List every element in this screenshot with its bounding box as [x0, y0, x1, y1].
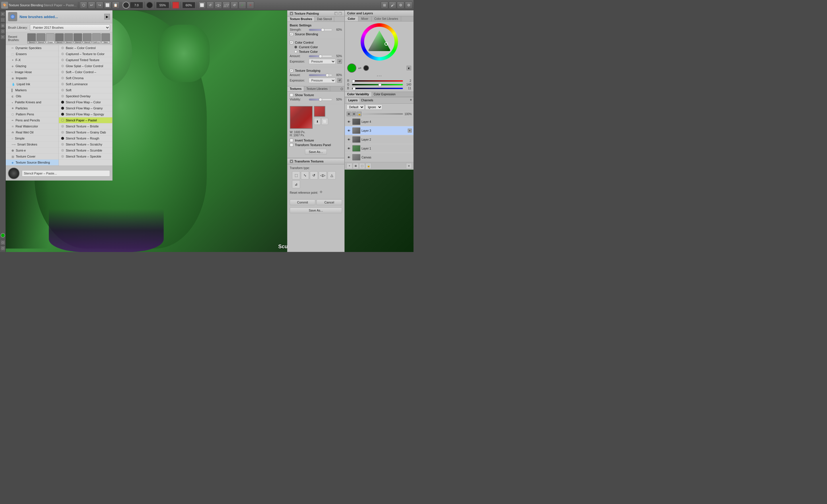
cat-smart-strokes[interactable]: ⟿ Smart Strokes: [6, 142, 59, 148]
brush-library-select[interactable]: Painter 2017 Brushes: [30, 24, 110, 31]
current-color-radio[interactable]: [294, 46, 297, 49]
textures-expand[interactable]: ⬡: [339, 86, 344, 91]
color-chip[interactable]: [172, 2, 179, 9]
texture-btn-down[interactable]: ⬇: [314, 118, 321, 125]
cat-markers[interactable]: ▌ Markers: [6, 87, 59, 93]
recent-thumb-3[interactable]: Erase: [46, 33, 55, 44]
tool-btn-copy[interactable]: ⬜: [104, 1, 111, 9]
layer-delete-btn[interactable]: 🔒: [366, 163, 371, 169]
left-tool-1[interactable]: ✏: [0, 11, 5, 17]
texture-thumb-small-1[interactable]: [314, 106, 325, 117]
opacity-input-1[interactable]: 55%: [156, 2, 169, 8]
tool-btn-check[interactable]: ✓: [239, 1, 246, 9]
cat-real-watercolor[interactable]: ≋ Real Watercolor: [6, 123, 59, 130]
tab-channels[interactable]: Channels: [359, 98, 375, 102]
smudge-amount-slider[interactable]: [309, 74, 332, 77]
cat-sumi-e[interactable]: ⬟ Sumi-e: [6, 148, 59, 154]
brush-header-arrow[interactable]: ▶: [104, 14, 110, 19]
transform-rotate[interactable]: ↺: [310, 171, 318, 180]
tool-btn-x[interactable]: ✕: [247, 1, 254, 9]
tab-mixer[interactable]: Mixer: [358, 16, 371, 21]
brush-stencil-texture-bristle[interactable]: Stencil Texture – Bristle: [59, 123, 112, 130]
texture-btn-frame[interactable]: ⬜: [321, 118, 328, 125]
layer-3-visibility[interactable]: 👁: [347, 128, 351, 133]
transform-move[interactable]: ⬚: [292, 171, 300, 180]
expression-reset[interactable]: ↺: [337, 59, 342, 64]
cat-image-hose[interactable]: ≈ Image Hose: [6, 69, 59, 75]
color-control-checkbox[interactable]: [290, 41, 293, 44]
brush-captured-tinted[interactable]: Captured Tinted Texture: [59, 57, 112, 63]
save-as2-btn[interactable]: Save As...: [290, 207, 342, 213]
brush-size-input[interactable]: 7.0: [130, 2, 143, 8]
recent-thumb-2[interactable]: Stencil: [37, 33, 45, 44]
g-slider[interactable]: [352, 84, 403, 86]
brush-soft[interactable]: Soft: [59, 87, 112, 93]
cat-fx[interactable]: ✦ F-X: [6, 57, 59, 63]
brush-stencil-texture-grainy-dab[interactable]: Stencil Texture – Grainy Dab: [59, 130, 112, 136]
strength-slider[interactable]: [309, 29, 332, 31]
cat-erasers[interactable]: ⬚ Erasers: [6, 51, 59, 57]
tab-textures[interactable]: Textures: [287, 86, 304, 91]
smudging-checkbox[interactable]: [290, 69, 293, 72]
tab-color-variability[interactable]: Color Variability: [345, 92, 371, 97]
cat-real-wet-oil[interactable]: ◓ Real Wet Oil: [6, 130, 59, 136]
transform-scale[interactable]: ⤡: [301, 171, 309, 180]
layer-row-1[interactable]: 👁 Layer 1: [345, 144, 414, 153]
brush-stencil-flow-spongy[interactable]: Stencil Flow Map – Spongy: [59, 111, 112, 117]
recent-thumb-6[interactable]: Stencil: [74, 33, 82, 44]
brush-name-field[interactable]: Stencil Paper – Paste...: [22, 170, 110, 177]
texture-color-radio[interactable]: [294, 50, 297, 53]
color-triangle-container[interactable]: [366, 28, 393, 56]
commit-btn[interactable]: Commit: [290, 199, 315, 205]
invert-texture-checkbox[interactable]: [290, 139, 293, 142]
tool-btn-frame[interactable]: ⬜: [198, 1, 206, 9]
left-tool-4[interactable]: ⬡: [0, 29, 5, 34]
r-slider-thumb[interactable]: [352, 80, 355, 83]
left-color-swatch[interactable]: [1, 233, 5, 238]
layer-group-btn[interactable]: ⊞: [353, 163, 359, 169]
recent-thumb-1[interactable]: Stencil: [27, 33, 36, 44]
layer-canvas-visibility[interactable]: 👁: [347, 155, 351, 160]
tool-btn-settings1[interactable]: ⚙: [397, 1, 404, 9]
expression-dropdown[interactable]: Pressure: [309, 59, 336, 64]
texture-panel-btn1[interactable]: ◁: [334, 12, 338, 15]
transform-flip-h[interactable]: ◁▷: [319, 171, 327, 180]
amount-slider[interactable]: [309, 55, 332, 57]
left-tool-5[interactable]: ✂: [0, 35, 5, 40]
visibility-slider[interactable]: [309, 98, 332, 101]
cat-pattern-pens[interactable]: ⬡ Pattern Pens: [6, 111, 59, 117]
layer-3-options[interactable]: ≡: [408, 129, 412, 133]
cat-texture-cover[interactable]: ▦ Texture Cover: [6, 154, 59, 160]
tab-dab-stencil[interactable]: Dab Stencil: [315, 17, 334, 21]
color-wheel-wrapper[interactable]: [361, 23, 398, 60]
tool-btn-reset[interactable]: ↺: [231, 1, 238, 9]
r-slider[interactable]: [352, 80, 403, 82]
texture-panel-btn2[interactable]: ▷: [339, 12, 342, 15]
reset-reference-icon[interactable]: ✛: [320, 190, 325, 195]
brush-stencil-texture-rough[interactable]: Stencil Texture – Rough: [59, 136, 112, 142]
brush-captured-texture[interactable]: Captured – Texture to Color: [59, 51, 112, 57]
brush-size-circle[interactable]: [123, 2, 130, 9]
composite-select[interactable]: Ignore: [365, 104, 382, 110]
recent-thumb-9[interactable]: Sten: [101, 33, 110, 44]
tool-btn-settings2[interactable]: ⚙: [405, 1, 412, 9]
layers-options[interactable]: ≡: [410, 98, 412, 102]
cat-texture-source-blending[interactable]: ◈ Texture Source Blending: [6, 160, 59, 166]
g-slider-thumb[interactable]: [379, 83, 381, 87]
blend-mode-select[interactable]: Default: [347, 104, 364, 110]
left-tool-3[interactable]: ◎: [0, 23, 5, 28]
layer-4-visibility[interactable]: 👁: [347, 119, 351, 124]
tab-color[interactable]: Color: [345, 16, 358, 21]
cat-oils[interactable]: ◐ Oils: [6, 93, 59, 99]
cat-glazing[interactable]: ◈ Glazing: [6, 63, 59, 69]
cat-pens-pencils[interactable]: ✒ Pens and Pencils: [6, 117, 59, 123]
texture-thumb-main[interactable]: [290, 106, 313, 129]
color-wheel[interactable]: [361, 23, 398, 60]
layer-add-btn[interactable]: +: [347, 163, 352, 169]
layer-mask-btn[interactable]: ⬚: [359, 163, 365, 169]
brush-stencil-texture-speckle[interactable]: Stencil Texture – Speckle: [59, 154, 112, 160]
tab-layers[interactable]: Layers: [347, 98, 359, 102]
layer-opacity-slider[interactable]: [363, 113, 403, 115]
brush-basic-color[interactable]: Basic – Color Control: [59, 45, 112, 51]
tab-color-expression[interactable]: Color Expression: [371, 92, 398, 97]
